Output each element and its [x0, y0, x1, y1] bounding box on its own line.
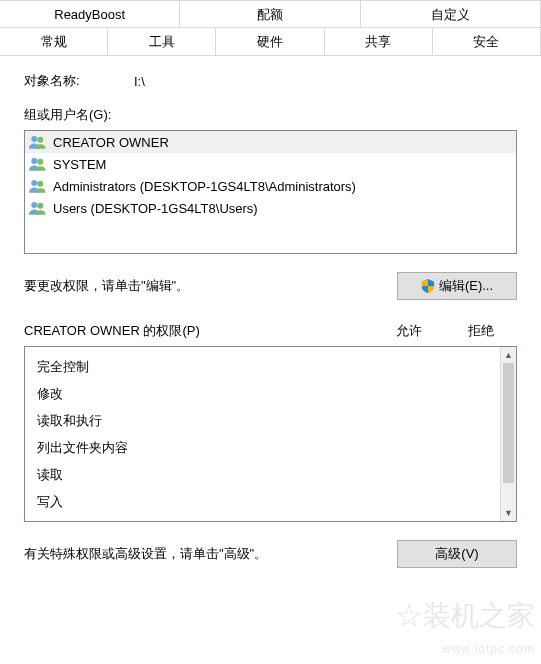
- tab-label: ReadyBoost: [54, 7, 125, 22]
- tab-tools[interactable]: 工具: [107, 27, 216, 55]
- tab-label: 工具: [149, 34, 175, 49]
- shield-icon: [421, 279, 435, 293]
- tab-hardware[interactable]: 硬件: [215, 27, 324, 55]
- permission-item[interactable]: 读取和执行: [37, 407, 488, 434]
- edit-row: 要更改权限，请单击"编辑"。 编辑(E)...: [24, 272, 517, 300]
- permissions-listbox[interactable]: 完全控制 修改 读取和执行 列出文件夹内容 读取 写入 ▲ ▼: [24, 346, 517, 522]
- advanced-row: 有关特殊权限或高级设置，请单击"高级"。 高级(V): [24, 540, 517, 568]
- column-deny: 拒绝: [445, 322, 517, 340]
- tab-label: 常规: [41, 34, 67, 49]
- list-item-label: SYSTEM: [53, 157, 106, 172]
- tab-row-1: ReadyBoost 配额 自定义: [0, 0, 541, 28]
- permission-item[interactable]: 读取: [37, 461, 488, 488]
- scroll-up-icon[interactable]: ▲: [501, 347, 516, 363]
- scrollbar[interactable]: ▲ ▼: [500, 347, 516, 521]
- column-allow: 允许: [373, 322, 445, 340]
- tab-sharing[interactable]: 共享: [324, 27, 433, 55]
- list-item-label: Administrators (DESKTOP-1GS4LT8\Administ…: [53, 179, 356, 194]
- object-value: I:\: [134, 74, 145, 89]
- svg-point-1: [37, 137, 43, 143]
- users-icon: [29, 178, 47, 194]
- tab-label: 安全: [473, 34, 499, 49]
- list-item[interactable]: Administrators (DESKTOP-1GS4LT8\Administ…: [25, 175, 516, 197]
- users-icon: [29, 156, 47, 172]
- permission-item[interactable]: 列出文件夹内容: [37, 434, 488, 461]
- tab-customize[interactable]: 自定义: [360, 0, 541, 28]
- scroll-thumb[interactable]: [503, 363, 514, 483]
- watermark: ☆装机之家 www.lotpc.com: [395, 602, 535, 658]
- svg-point-7: [37, 203, 43, 209]
- list-item-label: Users (DESKTOP-1GS4LT8\Users): [53, 201, 258, 216]
- tab-label: 配额: [257, 7, 283, 22]
- scroll-down-icon[interactable]: ▼: [501, 505, 516, 521]
- group-users-label: 组或用户名(G):: [24, 106, 517, 124]
- tab-label: 硬件: [257, 34, 283, 49]
- advanced-hint: 有关特殊权限或高级设置，请单击"高级"。: [24, 545, 267, 563]
- watermark-url: www.lotpc.com: [442, 642, 535, 656]
- tab-quota[interactable]: 配额: [179, 0, 360, 28]
- security-panel: 对象名称: I:\ 组或用户名(G): CREATOR OWNER SYSTEM…: [0, 56, 541, 578]
- list-item[interactable]: Users (DESKTOP-1GS4LT8\Users): [25, 197, 516, 219]
- permissions-list: 完全控制 修改 读取和执行 列出文件夹内容 读取 写入: [25, 347, 500, 521]
- tab-security[interactable]: 安全: [432, 27, 541, 55]
- tab-label: 自定义: [431, 7, 470, 22]
- permission-item[interactable]: 完全控制: [37, 353, 488, 380]
- svg-point-4: [31, 180, 37, 186]
- svg-point-2: [31, 158, 37, 164]
- svg-point-5: [37, 181, 43, 187]
- watermark-text: 装机之家: [423, 600, 535, 631]
- permission-item[interactable]: 修改: [37, 380, 488, 407]
- svg-point-0: [31, 136, 37, 142]
- list-item-label: CREATOR OWNER: [53, 135, 169, 150]
- tab-strip: ReadyBoost 配额 自定义 常规 工具 硬件 共享 安全: [0, 0, 541, 56]
- svg-point-6: [31, 202, 37, 208]
- advanced-button-label: 高级(V): [435, 545, 478, 563]
- tab-row-2: 常规 工具 硬件 共享 安全: [0, 27, 541, 55]
- permissions-for-label: CREATOR OWNER 的权限(P): [24, 322, 373, 340]
- users-icon: [29, 134, 47, 150]
- permissions-header: CREATOR OWNER 的权限(P) 允许 拒绝: [24, 322, 517, 340]
- advanced-button[interactable]: 高级(V): [397, 540, 517, 568]
- tab-general[interactable]: 常规: [0, 27, 108, 55]
- users-icon: [29, 200, 47, 216]
- permission-item[interactable]: 写入: [37, 488, 488, 515]
- list-item[interactable]: SYSTEM: [25, 153, 516, 175]
- tab-label: 共享: [365, 34, 391, 49]
- edit-hint: 要更改权限，请单击"编辑"。: [24, 277, 189, 295]
- edit-button[interactable]: 编辑(E)...: [397, 272, 517, 300]
- principals-listbox[interactable]: CREATOR OWNER SYSTEM Administrators (DES…: [24, 130, 517, 254]
- svg-point-3: [37, 159, 43, 165]
- object-row: 对象名称: I:\: [24, 72, 517, 90]
- object-label: 对象名称:: [24, 72, 134, 90]
- edit-button-label: 编辑(E)...: [439, 277, 493, 295]
- list-item[interactable]: CREATOR OWNER: [25, 131, 516, 153]
- tab-readyboost[interactable]: ReadyBoost: [0, 0, 180, 28]
